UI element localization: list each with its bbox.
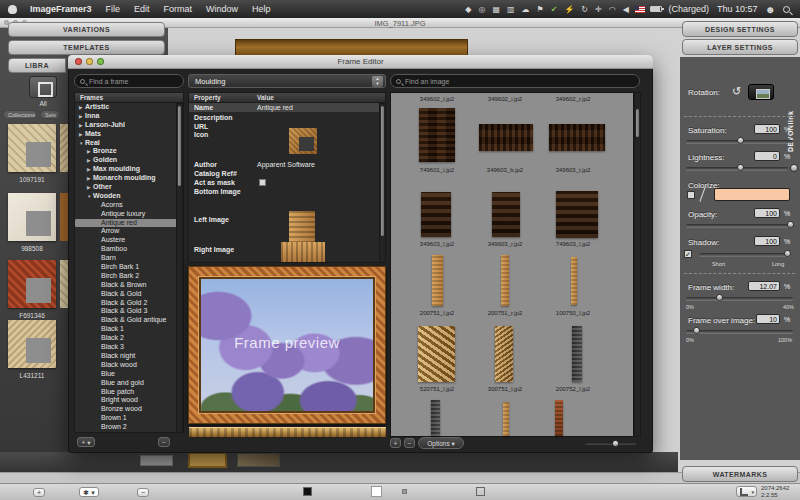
- moulding-image[interactable]: [421, 192, 451, 237]
- volume-icon[interactable]: ◀: [619, 5, 632, 14]
- sync-icon[interactable]: ↻: [578, 5, 592, 14]
- frame-over-image-slider[interactable]: [686, 330, 793, 333]
- rotation-image-button[interactable]: [748, 84, 774, 100]
- tree-item[interactable]: Black & Gold 2: [75, 299, 183, 308]
- find-frame-search[interactable]: Find a frame: [74, 74, 184, 88]
- tree-item[interactable]: Brown 1: [75, 414, 183, 423]
- tab-library[interactable]: LIBRA: [8, 58, 66, 73]
- scrollbar-thumb[interactable]: [178, 106, 181, 186]
- lightness-reset-button[interactable]: [790, 164, 798, 172]
- images-scrollbar[interactable]: [634, 92, 641, 437]
- saturation-slider[interactable]: [686, 140, 793, 143]
- app-menu[interactable]: ImageFramer3: [23, 4, 99, 14]
- zoom-out-icon[interactable]: [402, 489, 407, 494]
- tree-item[interactable]: Bamboo: [75, 245, 183, 254]
- moulding-image[interactable]: [431, 400, 440, 436]
- act-as-mask-checkbox[interactable]: [259, 179, 266, 186]
- options-button[interactable]: Options ▾: [418, 437, 464, 449]
- editor-zoom-button[interactable]: [97, 58, 104, 65]
- moulding-image[interactable]: [432, 255, 443, 306]
- moulding-dropdown[interactable]: Moulding▲▼: [188, 74, 386, 88]
- frame-width-field[interactable]: 12.07: [748, 281, 780, 291]
- tree-item[interactable]: Black 2: [75, 334, 183, 343]
- info-icon[interactable]: ◎: [475, 5, 489, 14]
- battery-icon[interactable]: [650, 6, 662, 12]
- tree-item[interactable]: Bright wood: [75, 396, 183, 405]
- tree-item-selected[interactable]: Antique red: [75, 219, 183, 228]
- moulding-image[interactable]: [419, 108, 455, 162]
- remove-image-button[interactable]: −: [404, 438, 415, 448]
- tree-item[interactable]: Arrow: [75, 227, 183, 236]
- menu-file[interactable]: File: [99, 4, 128, 14]
- frame-thumb-partial[interactable]: [60, 260, 68, 308]
- moulding-image[interactable]: [492, 192, 520, 237]
- shield-icon[interactable]: ◆: [462, 5, 475, 14]
- tree-item[interactable]: Austere: [75, 236, 183, 245]
- tree-item[interactable]: Acorns: [75, 201, 183, 210]
- menu-help[interactable]: Help: [245, 4, 278, 14]
- tree-item[interactable]: Black & Gold antique: [75, 316, 183, 325]
- tree-item[interactable]: Blue patch: [75, 388, 183, 397]
- menu-window[interactable]: Window: [199, 4, 245, 14]
- tree-item[interactable]: Barn: [75, 254, 183, 263]
- tab-templates[interactable]: TEMPLATES: [8, 40, 165, 55]
- slider-knob[interactable]: [693, 327, 700, 334]
- tree-item[interactable]: Black 3: [75, 343, 183, 352]
- property-scrollbar[interactable]: [379, 103, 386, 263]
- moulding-image[interactable]: [555, 400, 563, 436]
- frames-scrollbar[interactable]: [176, 103, 183, 433]
- property-row-description[interactable]: Description: [189, 113, 385, 122]
- col-value[interactable]: Value: [257, 93, 274, 103]
- flag-icon[interactable]: ⚑: [533, 5, 547, 14]
- menu-edit[interactable]: Edit: [127, 4, 157, 14]
- tree-item[interactable]: Black wood: [75, 361, 183, 370]
- sync-ok-icon[interactable]: ✔: [547, 5, 561, 14]
- tree-item[interactable]: ▶Golden: [75, 156, 183, 165]
- spotlight-icon[interactable]: [783, 6, 790, 13]
- filmstrip-thumb[interactable]: [237, 453, 280, 467]
- tree-item[interactable]: ▶Artistic: [75, 103, 183, 112]
- slider-knob[interactable]: [716, 294, 723, 301]
- colorize-checkbox[interactable]: [687, 191, 695, 199]
- menu-format[interactable]: Format: [157, 4, 200, 14]
- saturation-field[interactable]: 100: [754, 124, 780, 134]
- tree-item[interactable]: ▼Wooden: [75, 192, 183, 201]
- tree-item[interactable]: Brown 2: [75, 423, 183, 432]
- editor-minimize-button[interactable]: [86, 58, 93, 65]
- property-row-mask[interactable]: Act as mask: [189, 178, 385, 187]
- tree-item[interactable]: ▶Inna: [75, 112, 183, 121]
- moulding-image[interactable]: [503, 402, 509, 436]
- filmstrip-thumb[interactable]: [188, 452, 227, 468]
- bolt-icon[interactable]: ⚡: [561, 5, 578, 14]
- tree-item[interactable]: Birch Bark 1: [75, 263, 183, 272]
- tab-variations[interactable]: VARIATIONS: [8, 22, 165, 37]
- tree-item[interactable]: ▶Other: [75, 183, 183, 192]
- slider-knob[interactable]: [737, 137, 744, 144]
- property-row-icon[interactable]: Icon: [189, 130, 385, 139]
- moulding-image[interactable]: [479, 124, 533, 151]
- user-icon[interactable]: ☻: [761, 4, 779, 15]
- aspect-ratio-button[interactable]: ▾: [736, 486, 757, 497]
- watermarks-button[interactable]: WATERMARKS: [682, 466, 798, 482]
- moulding-image[interactable]: [556, 191, 598, 238]
- tree-item[interactable]: ▶Monarch moulding: [75, 174, 183, 183]
- tree-item[interactable]: ▼Real: [75, 139, 183, 148]
- tree-item[interactable]: Antique luxury: [75, 210, 183, 219]
- statusbar-add-button[interactable]: +: [33, 488, 45, 497]
- scrollbar-thumb[interactable]: [381, 106, 384, 236]
- moulding-image[interactable]: [549, 124, 605, 151]
- tree-item[interactable]: Black 1: [75, 325, 183, 334]
- moulding-image[interactable]: [418, 326, 455, 382]
- shadow-checkbox[interactable]: ✓: [684, 250, 692, 258]
- bg-color-white-swatch[interactable]: [371, 486, 382, 497]
- frame-thumb-988508[interactable]: [8, 193, 56, 241]
- property-row-bottom-image[interactable]: Bottom Image: [189, 187, 385, 196]
- tree-item[interactable]: Birch Bark 2: [75, 272, 183, 281]
- frame-width-slider[interactable]: [686, 297, 793, 300]
- property-row-author[interactable]: AuthorApparent Software: [189, 160, 385, 169]
- thumbnail-size-slider[interactable]: [586, 442, 636, 445]
- moulding-image[interactable]: [571, 257, 577, 305]
- tree-item[interactable]: Black & Brown: [75, 281, 183, 290]
- slider-knob[interactable]: [784, 250, 791, 257]
- lightness-field[interactable]: 0: [754, 151, 780, 161]
